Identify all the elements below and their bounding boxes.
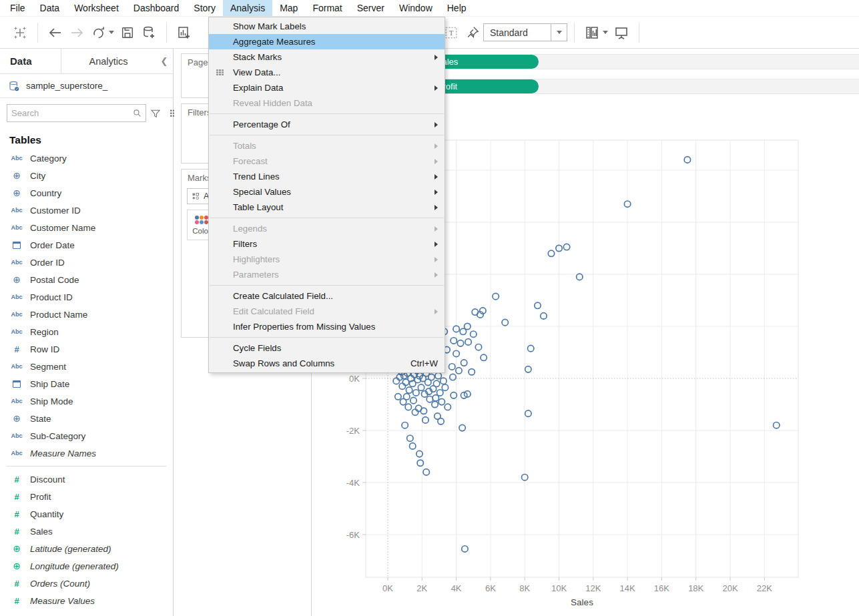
refresh-dropdown-caret[interactable] [109,31,114,34]
submenu-arrow-icon [435,159,438,164]
datasource-row[interactable]: sample_superstore_ [0,74,173,98]
field-product-id[interactable]: AbcProduct ID [0,288,173,306]
show-me-caret[interactable] [603,31,608,34]
field-discount[interactable]: #Discount [0,471,173,488]
menu-item-infer-properties-from-missing-values[interactable]: Infer Properties from Missing Values [209,319,445,334]
number-field-icon: # [9,475,24,485]
field-order-date[interactable]: Order Date [0,236,173,254]
menu-item-parameters: Parameters [209,267,445,282]
menu-item-label: Forecast [233,156,268,166]
save-icon[interactable] [117,22,138,43]
pin-icon[interactable] [462,22,483,43]
menubar-item-dashboard[interactable]: Dashboard [126,0,187,16]
field-customer-name[interactable]: AbcCustomer Name [0,219,173,236]
menubar-item-analysis[interactable]: Analysis [223,0,272,16]
menubar-item-help[interactable]: Help [440,0,474,16]
field-customer-id[interactable]: AbcCustomer ID [0,202,173,219]
data-pane: Data Analytics ❮ sample_superstore_ [0,49,174,616]
menu-item-create-calculated-field[interactable]: Create Calculated Field... [209,288,445,304]
field-ship-mode[interactable]: AbcShip Mode [0,392,173,410]
menu-item-swap-rows-and-columns[interactable]: Swap Rows and ColumnsCtrl+W [209,356,445,371]
tab-data[interactable]: Data [0,49,61,73]
menu-item-show-mark-labels[interactable]: Show Mark Labels [209,19,445,34]
collapse-pane-icon[interactable]: ❮ [156,49,173,73]
field-city[interactable]: ⊕City [0,167,173,184]
menu-item-label: Infer Properties from Missing Values [233,322,375,332]
tab-analytics[interactable]: Analytics [61,49,156,73]
show-me-icon[interactable] [581,22,603,43]
field-orders-count[interactable]: #Orders (Count) [0,575,173,592]
menubar-item-server[interactable]: Server [350,0,392,16]
field-sub-category[interactable]: AbcSub-Category [0,427,173,444]
datasource-name: sample_superstore_ [26,81,107,91]
menubar-item-file[interactable]: File [3,0,33,16]
field-product-name[interactable]: AbcProduct Name [0,306,173,323]
fit-mode-select[interactable]: Standard [483,23,567,41]
refresh-icon[interactable] [87,22,109,43]
tableau-logo-icon[interactable] [9,22,31,43]
menu-item-table-layout[interactable]: Table Layout [209,200,445,215]
field-ship-date[interactable]: Ship Date [0,375,173,392]
field-label: Region [30,327,59,337]
field-label: Measure Names [30,448,96,458]
field-region[interactable]: AbcRegion [0,323,173,340]
redo-icon[interactable] [66,22,87,43]
add-datasource-icon[interactable] [138,22,160,43]
menu-item-view-data[interactable]: View Data... [209,65,445,80]
submenu-arrow-icon [435,309,438,314]
menu-bar: FileDataWorksheetDashboardStoryAnalysisM… [0,0,859,17]
menubar-item-worksheet[interactable]: Worksheet [67,0,126,16]
field-label: State [30,414,51,424]
text-field-icon: Abc [9,450,24,456]
menu-item-aggregate-measures[interactable]: Aggregate Measures [209,34,445,49]
search-box[interactable] [7,104,146,122]
field-label: Postal Code [30,275,79,285]
text-field-icon: Abc [9,311,24,318]
field-sales[interactable]: #Sales [0,523,173,540]
menu-item-filters[interactable]: Filters [209,236,445,252]
menu-item-cycle-fields[interactable]: Cycle Fields [209,340,445,356]
menubar-item-window[interactable]: Window [392,0,440,16]
toolbar-separator [574,23,575,43]
menu-item-explain-data[interactable]: Explain Data [209,80,445,95]
menubar-item-story[interactable]: Story [186,0,223,16]
new-worksheet-icon[interactable] [174,22,195,43]
menubar-item-map[interactable]: Map [272,0,305,16]
field-latitude-generated[interactable]: ⊕Latitude (generated) [0,540,173,557]
menu-item-trend-lines[interactable]: Trend Lines [209,169,445,184]
field-order-id[interactable]: AbcOrder ID [0,254,173,271]
number-field-icon: # [9,579,24,589]
dimensions-list: AbcCategory⊕City⊕CountryAbcCustomer IDAb… [0,149,173,462]
menu-item-percentage-of[interactable]: Percentage Of [209,117,445,132]
field-country[interactable]: ⊕Country [0,184,173,202]
menu-item-label: Highlighters [233,254,280,264]
menu-item-label: Swap Rows and Columns [233,358,334,368]
undo-icon[interactable] [45,22,66,43]
menubar-item-data[interactable]: Data [33,0,67,16]
field-longitude-generated[interactable]: ⊕Longitude (generated) [0,557,173,575]
field-state[interactable]: ⊕State [0,410,173,427]
field-segment[interactable]: AbcSegment [0,358,173,375]
field-row-id[interactable]: #Row ID [0,340,173,358]
menu-item-stack-marks[interactable]: Stack Marks [209,49,445,65]
field-quantity[interactable]: #Quantity [0,505,173,523]
filter-fields-icon[interactable] [150,108,161,119]
analysis-menu: Show Mark LabelsAggregate MeasuresStack … [208,17,445,373]
field-postal-code[interactable]: ⊕Postal Code [0,271,173,288]
text-field-icon: Abc [9,398,24,404]
field-measure-values[interactable]: #Measure Values [0,592,173,609]
menu-item-special-values[interactable]: Special Values [209,184,445,200]
field-category[interactable]: AbcCategory [0,149,173,167]
field-label: Sub-Category [30,431,85,441]
fit-mode-caret[interactable] [551,24,567,41]
field-profit[interactable]: #Profit [0,488,173,505]
presentation-icon[interactable] [611,22,632,43]
submenu-arrow-icon [435,226,438,232]
field-measure-names[interactable]: AbcMeasure Names [0,444,173,462]
menu-item-label: Legends [233,224,267,234]
menu-separator [210,113,444,114]
text-field-icon: Abc [9,328,24,335]
field-label: Order ID [30,258,65,268]
menubar-item-format[interactable]: Format [305,0,349,16]
search-input[interactable] [7,108,133,118]
